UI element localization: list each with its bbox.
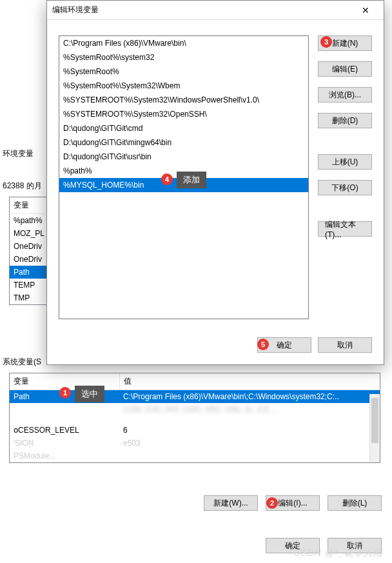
user-section-label: 62388 的月 — [3, 181, 42, 192]
path-row[interactable]: %SystemRoot%\System32\Wbem — [59, 79, 308, 93]
sys-var-row[interactable]: COM. EVE. PAT. CMD. VRS. VRE. IS. ICE ..… — [10, 403, 380, 416]
dialog-titlebar[interactable]: 编辑环境变量 ✕ — [47, 1, 384, 20]
sys-new-button[interactable]: 新建(W)... — [204, 495, 258, 511]
path-row[interactable]: D:\qudong\GIT\Git\usr\bin — [59, 150, 308, 164]
close-icon[interactable]: ✕ — [353, 1, 378, 19]
delete-button[interactable]: 删除(D) — [318, 113, 372, 128]
watermark: CSDN @*_花非人陌 — [293, 548, 383, 559]
sys-var-row[interactable] — [10, 420, 380, 424]
anno-badge-5: 5 — [257, 339, 269, 350]
sys-section-label: 系统变量(S — [3, 357, 41, 368]
dialog-footer: 确定 取消 — [257, 337, 372, 353]
edit-button[interactable]: 编辑(E) — [318, 61, 372, 77]
sys-col-value[interactable]: 值 — [119, 373, 380, 390]
sys-vars-table[interactable]: 变量 值 PathC:\Program Files (x86)\VMware\b… — [9, 373, 380, 463]
browse-button[interactable]: 浏览(B)... — [318, 87, 372, 103]
anno-badge-3: 3 — [320, 36, 332, 48]
path-row[interactable]: D:\qudong\GIT\Git\cmd — [59, 121, 308, 135]
path-row[interactable]: %SYSTEMROOT%\System32\WindowsPowerShell\… — [59, 93, 308, 107]
anno-tip-4: 添加 — [177, 172, 206, 188]
path-row[interactable]: C:\Program Files (x86)\VMware\bin\ — [59, 36, 308, 50]
edit-env-dialog: 编辑环境变量 ✕ C:\Program Files (x86)\VMware\b… — [46, 0, 384, 365]
dialog-side-buttons: 新建(N) 编辑(E) 浏览(B)... 删除(D) 上移(U) 下移(O) 编… — [318, 35, 372, 247]
dialog-title-text: 编辑环境变量 — [52, 5, 99, 15]
path-row[interactable]: %SystemRoot%\system32 — [59, 50, 308, 64]
sys-var-row[interactable]: ᴵSIONe503 — [10, 437, 380, 449]
sys-button-row: 新建(W)... 编辑(I)... 删除(L) — [0, 495, 382, 511]
anno-badge-1: 1 — [59, 387, 71, 399]
sys-var-row[interactable]: ᴏCESSOR_LEVEL6 — [10, 424, 380, 437]
path-row[interactable]: %SystemRoot% — [59, 64, 308, 79]
anno-badge-2: 2 — [266, 497, 278, 509]
path-row[interactable]: %SYSTEMROOT%\System32\OpenSSH\ — [59, 107, 308, 121]
move-down-button[interactable]: 下移(O) — [318, 180, 372, 195]
anno-badge-4: 4 — [161, 173, 173, 185]
edit-text-button[interactable]: 编辑文本(T)... — [318, 221, 372, 237]
sys-scroll-thumb[interactable] — [371, 398, 378, 443]
dialog-cancel-button[interactable]: 取消 — [318, 337, 372, 353]
sys-delete-button[interactable]: 删除(L) — [328, 495, 382, 511]
env-section-label: 环境变量 — [3, 148, 34, 159]
sys-var-row[interactable]: PSModule... — [10, 449, 380, 462]
sys-scrollbar[interactable] — [369, 394, 380, 462]
move-up-button[interactable]: 上移(U) — [318, 154, 372, 170]
anno-tip-1: 选中 — [75, 386, 104, 402]
path-row[interactable]: D:\qudong\GIT\Git\mingw64\bin — [59, 135, 308, 150]
